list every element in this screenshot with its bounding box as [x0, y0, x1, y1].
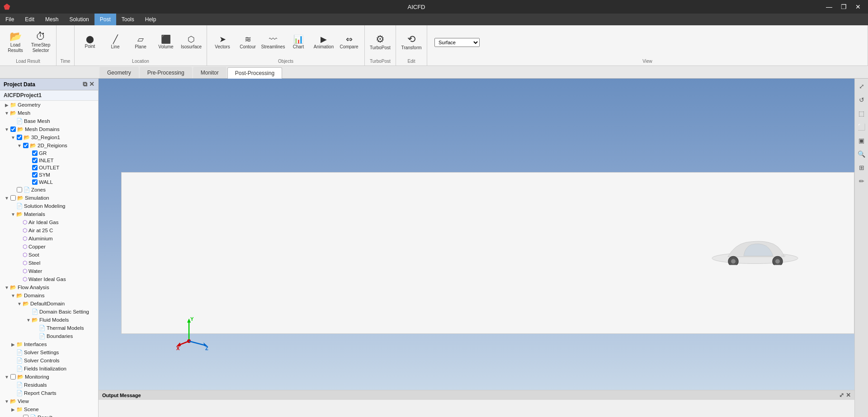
tree-simulation[interactable]: ▼ 📂 Simulation: [0, 194, 98, 202]
tree-base-mesh[interactable]: 📄 Base Mesh: [0, 117, 98, 125]
sym-checkbox[interactable]: [32, 172, 38, 178]
streamlines-button[interactable]: 〰 Streamlines: [261, 30, 285, 55]
tree-report-charts[interactable]: 📄 Report Charts: [0, 389, 98, 397]
tree-mesh[interactable]: ▼ 📂 Mesh: [0, 109, 98, 117]
app-title: AICFD: [10, 4, 823, 10]
tree-air-25c[interactable]: ⬡ Air at 25 C: [0, 226, 98, 234]
right-icon-view3[interactable]: ▣: [856, 135, 868, 146]
surface-dropdown[interactable]: Surface Wireframe Solid: [434, 38, 480, 47]
tab-monitor[interactable]: Monitor: [193, 67, 226, 78]
tree-scene[interactable]: ▶ 📁 Scene: [0, 405, 98, 413]
tree-gr[interactable]: GR: [0, 150, 98, 157]
tree-2d-regions[interactable]: ▼ 📂 2D_Reigions: [0, 141, 98, 150]
tree-3d-region1[interactable]: ▼ 📂 3D_Region1: [0, 133, 98, 141]
3d-region1-checkbox[interactable]: [16, 135, 23, 140]
monitoring-checkbox[interactable]: [10, 374, 16, 380]
tree-copper[interactable]: ⬡ Copper: [0, 243, 98, 251]
animation-button[interactable]: ▶ Animation: [312, 30, 335, 55]
gr-checkbox[interactable]: [32, 150, 38, 156]
2d-regions-checkbox[interactable]: [23, 143, 29, 148]
menu-tools[interactable]: Tools: [116, 14, 140, 25]
project-name[interactable]: AICFDProject1: [0, 90, 98, 101]
tree-thermal-models[interactable]: 📄 Thermal Models: [0, 324, 98, 332]
logo-icon: ⬟: [4, 3, 10, 11]
right-icon-view2[interactable]: ⬜: [856, 121, 868, 133]
tree-solver-settings[interactable]: 📄 Solver Settings: [0, 348, 98, 356]
plane-button[interactable]: ▱ Plane: [129, 30, 152, 55]
tree-air-ideal-gas[interactable]: ⬡ Air Ideal Gas: [0, 218, 98, 226]
tree-soot[interactable]: ⬡ Soot: [0, 251, 98, 259]
tree-default-domain[interactable]: ▼ 📂 DefaultDomain: [0, 300, 98, 308]
tab-preprocessing[interactable]: Pre-Processing: [140, 67, 192, 78]
output-close-icon[interactable]: ✕: [846, 392, 851, 398]
tree-materials[interactable]: ▼ 📂 Materials: [0, 210, 98, 218]
close-button[interactable]: ✕: [852, 2, 864, 11]
tree-boundaries[interactable]: 📄 Boundaries: [0, 332, 98, 340]
mesh-domains-checkbox[interactable]: [10, 127, 16, 132]
point-button[interactable]: ⬤ Point: [78, 30, 102, 55]
tree-water[interactable]: ⬡ Water: [0, 267, 98, 275]
tree-aluminium[interactable]: ⬡ Aluminium: [0, 234, 98, 243]
right-icon-view1[interactable]: ⬚: [856, 108, 868, 119]
tree-water-ideal-gas[interactable]: ⬡ Water Ideal Gas: [0, 275, 98, 283]
menu-post[interactable]: Post: [94, 14, 116, 25]
right-icon-expand[interactable]: ⤢: [856, 80, 868, 92]
line-button[interactable]: ╱ Line: [104, 30, 127, 55]
tree-result[interactable]: 📄 Result: [0, 413, 98, 417]
contour-button[interactable]: ≋ Contour: [236, 30, 259, 55]
inlet-checkbox[interactable]: [32, 158, 38, 163]
simulation-checkbox[interactable]: [10, 195, 16, 201]
tab-geometry[interactable]: Geometry: [99, 67, 139, 78]
chart-button[interactable]: 📊 Chart: [287, 30, 310, 55]
tree-residuals[interactable]: 📄 Residuals: [0, 381, 98, 389]
volume-button[interactable]: ⬛ Volume: [154, 30, 178, 55]
output-header: Output Message ⤢ ✕: [99, 390, 854, 400]
tree-outlet[interactable]: OUTLET: [0, 164, 98, 171]
right-icon-view4[interactable]: ⊞: [856, 162, 868, 173]
result-checkbox[interactable]: [23, 415, 29, 417]
right-icon-rotate[interactable]: ↺: [856, 94, 868, 106]
sidebar-float-icon[interactable]: ⧉: [83, 80, 87, 88]
menu-edit[interactable]: Edit: [19, 14, 40, 25]
maximize-button[interactable]: ❐: [837, 2, 850, 11]
sidebar-close-icon[interactable]: ✕: [89, 80, 94, 88]
tree-flow-analysis[interactable]: ▼ 📂 Flow Analysis: [0, 283, 98, 291]
toolbar-group-edit: ⟲ Transform Edit: [396, 25, 427, 66]
turbopost-button[interactable]: ⚙ TurboPost: [368, 30, 392, 55]
transform-button[interactable]: ⟲ Transform: [400, 30, 423, 55]
right-icon-zoom[interactable]: 🔍: [856, 148, 868, 160]
tree-fields-init[interactable]: 📄 Fields Initialization: [0, 365, 98, 373]
tree-sym[interactable]: SYM: [0, 171, 98, 178]
tree-solver-controls[interactable]: 📄 Solver Controls: [0, 356, 98, 365]
menu-mesh[interactable]: Mesh: [40, 14, 64, 25]
tree-inlet[interactable]: INLET: [0, 157, 98, 164]
vectors-button[interactable]: ➤ Vectors: [211, 30, 234, 55]
isosurface-button[interactable]: ⬡ Isosurface: [179, 30, 203, 55]
tree-geometry[interactable]: ▶ 📁 Geometry: [0, 101, 98, 109]
tree-fluid-models[interactable]: ▼ 📂 Fluid Models: [0, 316, 98, 324]
tree-interfaces[interactable]: ▶ 📁 Interfaces: [0, 340, 98, 348]
tree-domains[interactable]: ▼ 📂 Domains: [0, 291, 98, 300]
zones-checkbox[interactable]: [16, 187, 23, 192]
compare-button[interactable]: ⇔ Compare: [337, 30, 361, 55]
menu-help[interactable]: Help: [140, 14, 162, 25]
minimize-button[interactable]: —: [823, 2, 835, 11]
tree-view[interactable]: ▼ 📂 View: [0, 397, 98, 405]
menu-file[interactable]: File: [0, 14, 19, 25]
tree-solution-modeling[interactable]: 📄 Solution Modeling: [0, 202, 98, 210]
outlet-checkbox[interactable]: [32, 165, 38, 170]
tree-wall[interactable]: WALL: [0, 178, 98, 186]
tree-mesh-domains[interactable]: ▼ 📂 Mesh Domains: [0, 125, 98, 133]
load-results-button[interactable]: 📂 LoadResults: [4, 30, 27, 55]
menu-solution[interactable]: Solution: [64, 14, 94, 25]
timestep-selector-button[interactable]: ⏱ TimeStepSelector: [29, 30, 52, 55]
tree-monitoring[interactable]: ▼ 📂 Monitoring: [0, 373, 98, 381]
tree-domain-basic-setting[interactable]: 📄 Domain Basic Setting: [0, 308, 98, 316]
viewport[interactable]: Y X Z Output Message ⤢ ✕: [99, 79, 854, 417]
tree-steel[interactable]: ⬡ Steel: [0, 259, 98, 267]
tab-postprocessing[interactable]: Post-Processing: [227, 67, 282, 79]
tree-zones[interactable]: 📄 Zones: [0, 186, 98, 194]
wall-checkbox[interactable]: [32, 179, 38, 185]
right-icon-edit[interactable]: ✏: [856, 175, 868, 187]
output-expand-icon[interactable]: ⤢: [839, 392, 844, 398]
